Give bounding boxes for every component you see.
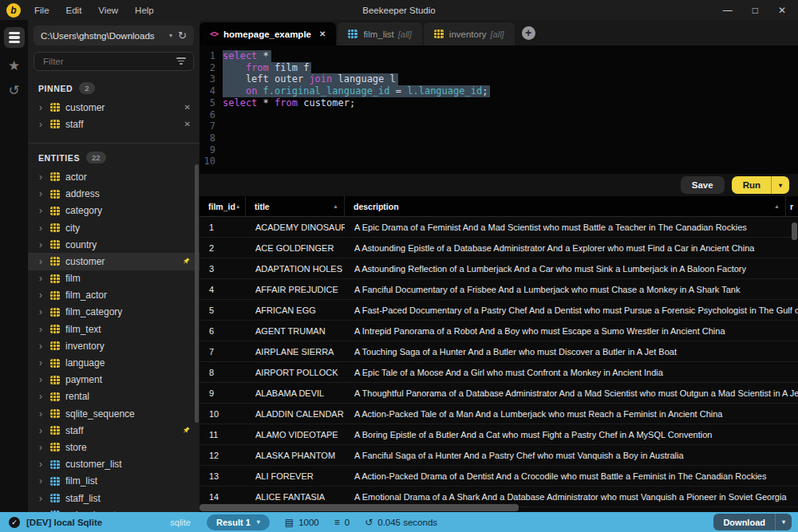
entity-item-sqlite_sequence[interactable]: ›sqlite_sequence bbox=[28, 405, 200, 422]
entity-item-staff_list[interactable]: ›staff_list bbox=[28, 490, 200, 506]
chevron-right-icon[interactable]: › bbox=[39, 392, 45, 401]
download-button-label[interactable]: Download bbox=[713, 514, 775, 530]
horizontal-scrollbar[interactable] bbox=[200, 504, 519, 511]
chevron-right-icon[interactable]: › bbox=[39, 443, 45, 452]
tab-homepage_example[interactable]: <>homepage_example✕ bbox=[200, 22, 336, 45]
entity-item-city[interactable]: ›city bbox=[28, 219, 200, 236]
chevron-right-icon[interactable]: › bbox=[39, 426, 45, 435]
run-button[interactable]: Run ▾ bbox=[732, 176, 789, 194]
tab-film_list[interactable]: film_list[all] bbox=[338, 22, 421, 45]
close-icon[interactable]: ✕ bbox=[319, 30, 326, 38]
download-dropdown-caret-icon[interactable]: ▾ bbox=[775, 514, 792, 530]
menu-edit[interactable]: Edit bbox=[66, 6, 82, 15]
chevron-right-icon[interactable]: › bbox=[39, 358, 45, 368]
download-button[interactable]: Download ▾ bbox=[713, 514, 792, 530]
chevron-right-icon[interactable]: › bbox=[39, 172, 45, 182]
table-row[interactable]: 3ADAPTATION HOLESA Astounding Reflection… bbox=[200, 258, 798, 279]
sql-editor[interactable]: 1select *2 from film f3 left outer join … bbox=[200, 45, 798, 174]
entity-item-staff[interactable]: ›staff bbox=[28, 422, 200, 439]
connection-status[interactable]: ✓ [DEV] local Sqlite sqlite bbox=[0, 517, 200, 528]
pinned-item-customer[interactable]: ›customer✕ bbox=[28, 99, 200, 116]
table-row[interactable]: 13ALI FOREVERA Action-Packed Drama of a … bbox=[200, 466, 798, 487]
menu-help[interactable]: Help bbox=[135, 6, 154, 15]
filter-input[interactable] bbox=[41, 56, 176, 67]
filter-funnel-icon[interactable] bbox=[176, 57, 186, 65]
column-header-film_id[interactable]: film_id▲ bbox=[200, 196, 246, 216]
chevron-right-icon[interactable]: › bbox=[39, 223, 45, 233]
favorites-star-icon[interactable]: ★ bbox=[8, 59, 20, 73]
unpin-close-icon[interactable]: ✕ bbox=[184, 120, 191, 128]
chevron-right-icon[interactable]: › bbox=[39, 325, 45, 334]
chevron-right-icon[interactable]: › bbox=[39, 206, 45, 215]
chevron-right-icon[interactable]: › bbox=[39, 274, 45, 283]
column-header-partial[interactable]: r bbox=[786, 196, 798, 216]
table-row[interactable]: 12ALASKA PHANTOMA Fanciful Saga of a Hun… bbox=[200, 445, 798, 466]
sort-caret-icon[interactable]: ▲ bbox=[235, 203, 241, 209]
table-row[interactable]: 6AGENT TRUMANA Intrepid Panorama of a Ro… bbox=[200, 321, 798, 341]
entity-item-film_actor[interactable]: ›film_actor bbox=[28, 287, 200, 304]
database-nav-button[interactable] bbox=[4, 27, 25, 48]
entity-item-address[interactable]: ›address bbox=[28, 186, 200, 203]
menu-file[interactable]: File bbox=[34, 6, 49, 15]
entity-item-customer_list[interactable]: ›customer_list bbox=[28, 456, 200, 473]
entity-item-film_category[interactable]: ›film_category bbox=[28, 304, 200, 321]
table-row[interactable]: 4AFFAIR PREJUDICEA Fanciful Documentary … bbox=[200, 279, 798, 300]
chevron-right-icon[interactable]: › bbox=[39, 476, 45, 486]
chevron-right-icon[interactable]: › bbox=[39, 341, 45, 351]
pinned-item-staff[interactable]: ›staff✕ bbox=[28, 116, 200, 132]
chevron-right-icon[interactable]: › bbox=[39, 409, 45, 419]
table-row[interactable]: 7AIRPLANE SIERRAA Touching Saga of a Hun… bbox=[200, 341, 798, 362]
entity-item-payment[interactable]: ›payment bbox=[28, 372, 200, 388]
minimize-button[interactable]: — bbox=[723, 5, 733, 16]
tab-inventory[interactable]: inventory[all] bbox=[424, 22, 515, 45]
chevron-right-icon[interactable]: › bbox=[39, 120, 45, 129]
entity-item-film[interactable]: ›film bbox=[28, 270, 200, 287]
run-button-label[interactable]: Run bbox=[732, 176, 771, 194]
chevron-right-icon[interactable]: › bbox=[39, 103, 45, 112]
chevron-right-icon[interactable]: › bbox=[39, 240, 45, 250]
chevron-right-icon[interactable]: › bbox=[39, 375, 45, 384]
sort-caret-icon[interactable]: ▲ bbox=[333, 203, 338, 209]
run-dropdown-caret-icon[interactable]: ▾ bbox=[771, 176, 789, 194]
connection-selector[interactable]: C:\Users\ghstng\Downloads ▾ ↻ bbox=[34, 26, 194, 45]
column-header-title[interactable]: title▲ bbox=[246, 196, 345, 216]
table-row[interactable]: 9ALABAMA DEVILA Thoughtful Panorama of a… bbox=[200, 383, 798, 404]
unpin-close-icon[interactable]: ✕ bbox=[184, 103, 191, 112]
entity-item-country[interactable]: ›country bbox=[28, 236, 200, 253]
chevron-right-icon[interactable]: › bbox=[39, 307, 45, 317]
table-row[interactable]: 10ALADDIN CALENDARA Action-Packed Tale o… bbox=[200, 404, 798, 424]
entity-item-label: language bbox=[65, 357, 191, 368]
refresh-icon[interactable]: ↻ bbox=[178, 30, 187, 41]
chevron-right-icon[interactable]: › bbox=[39, 290, 45, 300]
vertical-scrollbar[interactable] bbox=[792, 223, 797, 240]
table-row[interactable]: 8AIRPORT POLLOCKA Epic Tale of a Moose A… bbox=[200, 362, 798, 383]
chevron-right-icon[interactable]: › bbox=[39, 189, 45, 199]
entity-item-category[interactable]: ›category bbox=[28, 203, 200, 219]
close-button[interactable]: ✕ bbox=[778, 5, 786, 16]
table-row[interactable]: 1ACADEMY DINOSAURA Epic Drama of a Femin… bbox=[200, 217, 798, 238]
sidebar-scrollbar[interactable] bbox=[195, 164, 199, 423]
entity-item-store[interactable]: ›store bbox=[28, 439, 200, 455]
table-row[interactable]: 2ACE GOLDFINGERA Astounding Epistle of a… bbox=[200, 238, 798, 258]
chevron-right-icon[interactable]: › bbox=[39, 257, 45, 266]
menu-view[interactable]: View bbox=[98, 6, 118, 15]
maximize-button[interactable]: □ bbox=[753, 5, 758, 16]
column-header-description[interactable]: description▲ bbox=[345, 196, 786, 216]
entity-item-sales_by_store[interactable]: ›sales_by_store bbox=[28, 506, 200, 512]
entity-item-rental[interactable]: ›rental bbox=[28, 388, 200, 405]
chevron-right-icon[interactable]: › bbox=[39, 459, 45, 469]
entity-item-film_text[interactable]: ›film_text bbox=[28, 321, 200, 337]
history-icon[interactable]: ↺ bbox=[8, 84, 19, 97]
sort-caret-icon[interactable]: ▲ bbox=[774, 203, 780, 209]
table-row[interactable]: 11ALAMO VIDEOTAPEA Boring Epistle of a B… bbox=[200, 424, 798, 445]
chevron-right-icon[interactable]: › bbox=[39, 494, 45, 503]
table-row[interactable]: 5AFRICAN EGGA Fast-Paced Documentary of … bbox=[200, 300, 798, 321]
save-button[interactable]: Save bbox=[681, 176, 725, 194]
entity-item-film_list[interactable]: ›film_list bbox=[28, 473, 200, 490]
entity-item-actor[interactable]: ›actor bbox=[28, 168, 200, 185]
entity-item-customer[interactable]: ›customer bbox=[28, 253, 200, 270]
new-tab-button[interactable]: + bbox=[522, 26, 535, 40]
result-selector[interactable]: Result 1 ▾ bbox=[207, 514, 270, 530]
entity-item-language[interactable]: ›language bbox=[28, 354, 200, 371]
entity-item-inventory[interactable]: ›inventory bbox=[28, 337, 200, 354]
